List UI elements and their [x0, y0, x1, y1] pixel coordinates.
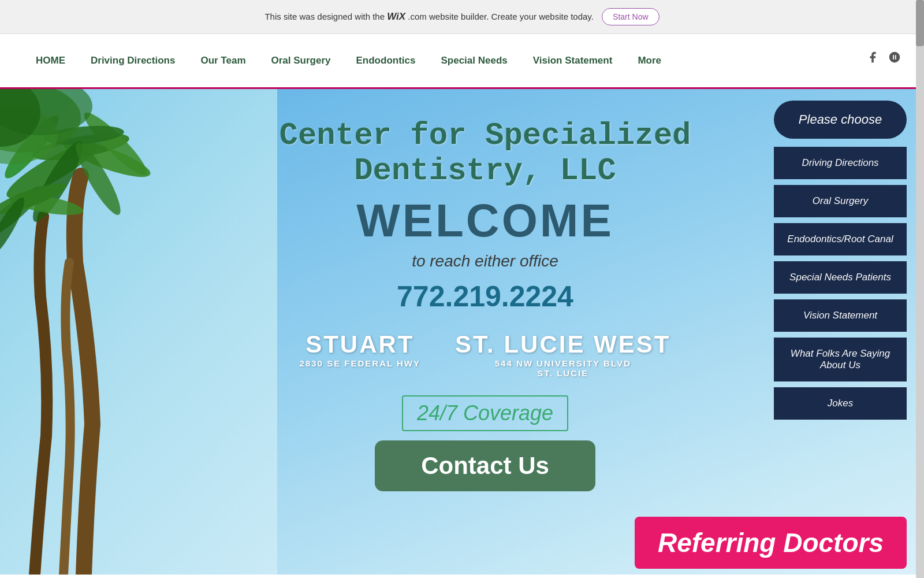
facebook-icon[interactable]	[866, 51, 879, 66]
nav-endodontics[interactable]: Endodontics	[344, 34, 429, 87]
sidebar-endodontics[interactable]: Endodontics/Root Canal	[774, 223, 907, 255]
nav-vision-statement[interactable]: Vision Statement	[520, 34, 625, 87]
yelp-icon[interactable]	[888, 51, 901, 66]
wix-logo: WiX	[387, 11, 405, 22]
hero-subtitle: to reach either office	[196, 252, 774, 271]
stlucie-address1: 544 NW UNIVERSITY BLVD	[455, 358, 670, 368]
top-banner: This site was designed with the WiX .com…	[0, 0, 924, 34]
nav-social-icons	[866, 51, 901, 71]
hero-content: Center for Specialized Dentistry, LLC WE…	[196, 101, 774, 491]
sidebar-vision-statement[interactable]: Vision Statement	[774, 299, 907, 332]
hero-company-title: Center for Specialized Dentistry, LLC	[196, 118, 774, 188]
stuart-city: STUART	[300, 331, 420, 358]
referring-doctors-button[interactable]: Referring Doctors	[635, 517, 907, 569]
sidebar-special-needs[interactable]: Special Needs Patients	[774, 261, 907, 294]
sidebar-oral-surgery[interactable]: Oral Surgery	[774, 185, 907, 217]
please-choose-button[interactable]: Please choose	[774, 101, 907, 139]
nav-more[interactable]: More	[625, 34, 674, 87]
sidebar-driving-directions[interactable]: Driving Directions	[774, 147, 907, 179]
stlucie-address2: ST. LUCIE	[455, 368, 670, 378]
page-scrollbar[interactable]	[916, 0, 924, 575]
right-sidebar: Please choose Driving Directions Oral Su…	[774, 101, 907, 420]
nav-home[interactable]: HOME	[23, 34, 78, 87]
contact-us-button[interactable]: Contact Us	[375, 440, 595, 491]
stlucie-city: ST. LUCIE WEST	[455, 331, 670, 358]
hero-locations: STUART 2830 SE FEDERAL HWY ST. LUCIE WES…	[196, 331, 774, 378]
hero-section: Center for Specialized Dentistry, LLC WE…	[0, 89, 924, 575]
nav-oral-surgery[interactable]: Oral Surgery	[259, 34, 344, 87]
hero-phone-number[interactable]: 772.219.2224	[196, 280, 774, 313]
location-stuart: STUART 2830 SE FEDERAL HWY	[300, 331, 420, 378]
nav-links: HOME Driving Directions Our Team Oral Su…	[23, 34, 866, 87]
banner-text-before: This site was designed with the	[264, 12, 387, 21]
palm-tree-art	[0, 89, 185, 575]
coverage-box: 24/7 Coverage	[402, 395, 568, 431]
sidebar-jokes[interactable]: Jokes	[774, 387, 907, 420]
banner-text-after: .com website builder. Create your websit…	[408, 12, 594, 21]
nav-special-needs[interactable]: Special Needs	[428, 34, 520, 87]
nav-our-team[interactable]: Our Team	[188, 34, 258, 87]
hero-welcome-text: WELCOME	[196, 194, 774, 247]
nav-bar: HOME Driving Directions Our Team Oral Su…	[0, 34, 924, 89]
start-now-button[interactable]: Start Now	[602, 8, 659, 25]
nav-driving-directions[interactable]: Driving Directions	[78, 34, 188, 87]
scrollbar-thumb[interactable]	[916, 0, 924, 46]
stuart-address: 2830 SE FEDERAL HWY	[300, 358, 420, 368]
sidebar-what-folks[interactable]: What Folks Are Saying About Us	[774, 338, 907, 381]
coverage-text: 24/7 Coverage	[417, 401, 553, 425]
location-st-lucie: ST. LUCIE WEST 544 NW UNIVERSITY BLVD ST…	[455, 331, 670, 378]
